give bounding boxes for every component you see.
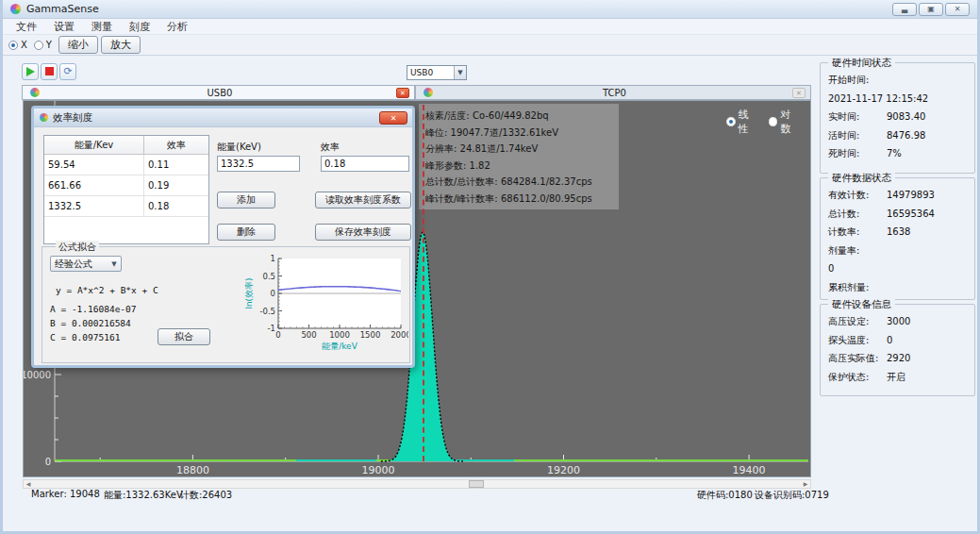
- tab-tcp0-icon: [424, 88, 433, 97]
- linear-radio[interactable]: [726, 117, 736, 126]
- start-button[interactable]: [22, 63, 39, 80]
- coef-a: A = -1.16084e-07: [50, 304, 137, 314]
- hw-time-panel: 硬件时间状态 开始时间: 2021-11-17 12:15:42 实时间:908…: [820, 62, 975, 174]
- status-row: 计数率:1638: [828, 223, 967, 242]
- status-row: 高压实际值:2920: [828, 349, 967, 368]
- axis-y-label: Y: [46, 40, 52, 50]
- energy-field-label: 能量(KeV): [217, 141, 261, 154]
- table-row[interactable]: 1332.50.18: [44, 196, 208, 217]
- info-line-5: 峰计数/峰计数率: 686112.0/80.95cps: [425, 191, 619, 208]
- scroll-left-icon[interactable]: ◀: [24, 480, 33, 488]
- status-row: 累积剂量:: [828, 278, 967, 297]
- status-energy: 能量:1332.63KeV: [104, 489, 183, 502]
- tab-usb0-close-icon[interactable]: ✕: [396, 88, 409, 98]
- svg-text:0: 0: [45, 457, 51, 467]
- svg-text:-0.5: -0.5: [259, 307, 275, 316]
- formula-select-value: 经验公式: [51, 258, 108, 271]
- status-marker: Marker: 19048: [31, 489, 100, 499]
- eff-field[interactable]: 0.18: [321, 156, 409, 172]
- delete-button[interactable]: 删除: [217, 224, 275, 241]
- status-row: 探头温度:0: [828, 331, 967, 350]
- status-row: 高压设定:3000: [828, 312, 967, 331]
- device-select[interactable]: USB0 ▼: [407, 65, 467, 80]
- status-row: 保护状态:开启: [828, 368, 967, 387]
- tab-usb0-label: USB0: [43, 88, 396, 98]
- maximize-button[interactable]: ▣: [919, 3, 943, 16]
- minimize-button[interactable]: ▃: [892, 3, 917, 16]
- app-window: GammaSense ▃ ▣ ✕ 文件设置测量刻度分析 X Y 缩小 放大 ⟳ …: [0, 0, 980, 534]
- add-button[interactable]: 添加: [217, 192, 275, 209]
- tab-tcp0-label: TCP0: [437, 88, 792, 98]
- status-bar: Marker: 19048 能量:1332.63KeV 计数:26403 硬件码…: [3, 489, 977, 504]
- horizontal-scrollbar[interactable]: ◀ ▶: [23, 479, 811, 489]
- coef-c: C = 0.0975161: [50, 332, 120, 342]
- hw-data-panel: 硬件数据状态 有效计数:14979893 总计数:16595364 计数率:16…: [820, 177, 975, 300]
- stop-icon: [45, 67, 54, 75]
- svg-text:1000: 1000: [329, 330, 350, 340]
- title-bar: GammaSense ▃ ▣ ✕: [3, 0, 977, 19]
- scroll-thumb[interactable]: [469, 480, 484, 488]
- energy-field[interactable]: 1332.5: [217, 156, 300, 172]
- close-button[interactable]: ✕: [945, 3, 970, 16]
- tab-tcp0-close-icon[interactable]: ✕: [792, 88, 806, 98]
- zoom-in-button[interactable]: 放大: [101, 36, 141, 54]
- read-coefficients-button[interactable]: 读取效率刻度系数: [315, 192, 411, 209]
- status-row: 实时间:9083.40: [828, 108, 967, 126]
- log-label: 对数: [780, 108, 801, 136]
- linear-label: 线性: [739, 108, 759, 136]
- status-row: 开始时间:: [828, 71, 967, 90]
- menu-item-4[interactable]: 分析: [159, 19, 195, 35]
- formula-text: y = A*x^2 + B*x + C: [56, 285, 158, 295]
- menu-item-3[interactable]: 刻度: [122, 19, 158, 35]
- svg-text:0: 0: [271, 289, 275, 298]
- tab-usb0[interactable]: USB0 ✕: [22, 85, 415, 100]
- status-device-code: 设备识别码:0719: [755, 489, 829, 502]
- svg-text:18800: 18800: [176, 464, 209, 476]
- log-radio[interactable]: [769, 117, 778, 126]
- dialog-close-icon[interactable]: ✕: [379, 111, 407, 125]
- svg-text:能量/keV: 能量/keV: [322, 342, 357, 351]
- formula-fit-title: 公式拟合: [56, 241, 99, 254]
- table-row[interactable]: 661.660.19: [44, 175, 208, 196]
- svg-text:19200: 19200: [547, 464, 580, 476]
- scroll-right-icon[interactable]: ▶: [801, 480, 810, 488]
- status-row: 死时间:7%: [828, 144, 967, 163]
- dialog-icon: [40, 113, 48, 122]
- toolbar: X Y 缩小 放大: [3, 35, 977, 56]
- marker-line[interactable]: [423, 105, 424, 461]
- info-line-0: 核素/活度: Co-60/449.82bq: [425, 108, 619, 125]
- dialog-title-bar[interactable]: 效率刻度 ✕: [34, 108, 412, 127]
- table-header: 能量/Kev效率: [44, 136, 208, 155]
- menu-item-0[interactable]: 文件: [8, 19, 44, 35]
- svg-text:19400: 19400: [733, 464, 766, 476]
- zoom-out-button[interactable]: 缩小: [58, 36, 98, 54]
- status-hw-code: 硬件码:0180: [697, 489, 753, 502]
- axis-x-label: X: [21, 40, 27, 50]
- svg-text:0: 0: [275, 330, 280, 340]
- coef-b: B = 0.000216584: [50, 318, 131, 328]
- refresh-button[interactable]: ⟳: [59, 63, 76, 80]
- axis-x-radio[interactable]: [8, 41, 18, 50]
- tab-tcp0[interactable]: TCP0 ✕: [415, 85, 811, 100]
- table-row[interactable]: 59.540.11: [44, 155, 208, 175]
- axis-y-radio[interactable]: [34, 41, 43, 50]
- status-row: 剂量率:: [828, 242, 967, 260]
- status-row: 总计数:16595364: [828, 205, 967, 224]
- menu-item-1[interactable]: 设置: [46, 19, 82, 35]
- hw-data-panel-title: 硬件数据状态: [828, 172, 895, 185]
- menu-bar: 文件设置测量刻度分析: [3, 19, 977, 35]
- calibration-table[interactable]: 能量/Kev效率 59.540.11 661.660.19 1332.50.18: [43, 135, 209, 244]
- formula-select[interactable]: 经验公式 ▼: [50, 256, 122, 272]
- menu-item-2[interactable]: 测量: [84, 19, 120, 35]
- save-button[interactable]: 保存效率刻度: [315, 224, 411, 241]
- info-line-3: 峰形参数: 1.82: [425, 158, 619, 175]
- refresh-icon: ⟳: [60, 64, 75, 79]
- scale-toggle: 线性 对数: [726, 108, 810, 136]
- hw-device-panel: 硬件设备信息 高压设定:3000 探头温度:0 高压实际值:2920 保护状态:…: [820, 304, 975, 396]
- svg-text:500: 500: [301, 330, 316, 340]
- info-line-2: 分辨率: 24.81道/1.74keV: [425, 141, 619, 158]
- info-line-1: 峰位: 19047.7道/1332.61keV: [425, 125, 619, 142]
- stop-button[interactable]: [41, 63, 58, 80]
- fit-button[interactable]: 拟合: [158, 328, 210, 345]
- tab-usb0-icon: [30, 88, 40, 97]
